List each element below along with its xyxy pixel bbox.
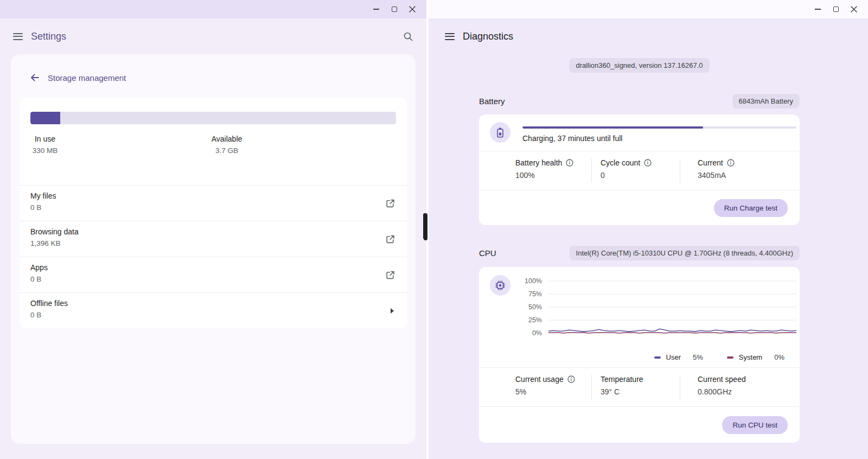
user-swatch — [654, 356, 661, 359]
battery-charge-row: Charging, 37 minutes until full — [479, 114, 800, 151]
legend-value: 5% — [693, 353, 703, 361]
app-title: Settings — [31, 31, 66, 42]
cpu-card: 100% 75% 50% 25% 0% — [479, 267, 800, 443]
settings-header: Settings — [0, 18, 426, 54]
back-arrow-icon — [29, 72, 40, 83]
cpu-section-header: CPU Intel(R) Core(TM) i5-10310U CPU @ 1.… — [479, 246, 800, 260]
storage-row-browsing-data[interactable]: Browsing data 1,396 KB — [20, 221, 407, 257]
diagnostics-window: Diagnostics drallion360_signed, version … — [429, 0, 868, 459]
row-value: 1,396 KB — [30, 239, 396, 247]
storage-usage-bar — [30, 112, 396, 124]
storage-row-apps[interactable]: Apps 0 B — [20, 257, 407, 292]
legend-user: User 5% — [654, 353, 703, 361]
stat-label: Current speed — [698, 375, 746, 384]
stat-current-speed: Current speed 0.800GHz — [680, 368, 800, 406]
external-link-icon[interactable] — [386, 199, 395, 208]
run-cpu-test-button[interactable]: Run CPU test — [722, 416, 788, 434]
maximize-button[interactable] — [385, 0, 403, 18]
battery-stats-row: Battery health 100% Cycle count 0 Curren… — [479, 151, 800, 190]
stat-label: Battery health — [515, 158, 562, 167]
app-title: Diagnostics — [463, 31, 513, 42]
stat-label: Current — [698, 158, 723, 167]
cpu-chart-legend: User 5% System 0% — [479, 347, 800, 367]
minimize-icon — [815, 9, 821, 10]
row-label: Offline files — [30, 299, 396, 308]
info-icon[interactable] — [727, 159, 735, 167]
system-swatch — [727, 356, 733, 359]
stat-label: Cycle count — [601, 158, 640, 167]
row-value: 0 B — [30, 203, 396, 212]
battery-icon-badge — [490, 122, 510, 143]
info-icon[interactable] — [567, 375, 575, 383]
minimize-button[interactable] — [367, 0, 385, 18]
storage-used-segment — [30, 112, 60, 124]
cpu-chart-row: 100% 75% 50% 25% 0% — [479, 267, 800, 347]
row-value: 0 B — [30, 311, 396, 319]
stat-current: Current 3405mA — [680, 151, 800, 190]
battery-section-header: Battery 6843mAh Battery — [479, 94, 800, 109]
back-button[interactable] — [29, 72, 40, 83]
board-version-chip: drallion360_signed, version 137.16267.0 — [569, 58, 709, 73]
window-divider-handle[interactable] — [424, 213, 427, 240]
y-tick: 75% — [528, 290, 542, 298]
stat-value: 39° C — [601, 387, 680, 396]
stat-value: 5% — [515, 387, 591, 396]
stat-label: In use — [33, 135, 58, 143]
info-icon[interactable] — [644, 159, 652, 167]
close-icon — [409, 6, 416, 12]
stat-current-usage: Current usage 5% — [479, 368, 591, 406]
minimize-button[interactable] — [809, 0, 827, 18]
close-icon — [851, 6, 857, 12]
external-link-icon[interactable] — [386, 234, 395, 244]
storage-row-offline-files[interactable]: Offline files 0 B — [20, 292, 407, 328]
settings-window: Settings Storage management In use 330 M… — [0, 0, 426, 459]
y-tick: 50% — [528, 303, 542, 311]
menu-icon[interactable] — [13, 33, 23, 40]
stat-value: 100% — [515, 171, 591, 180]
stat-value: 3405mA — [698, 171, 800, 180]
stat-label: Temperature — [601, 375, 643, 384]
stat-temperature: Temperature 39° C — [592, 368, 680, 406]
close-button[interactable] — [403, 0, 421, 18]
search-icon — [403, 31, 413, 42]
battery-icon — [496, 127, 505, 138]
legend-system: System 0% — [727, 353, 784, 361]
legend-value: 0% — [774, 353, 784, 361]
stat-available: Available 3.7 GB — [212, 135, 242, 155]
row-label: My files — [30, 192, 396, 200]
stat-in-use: In use 330 MB — [33, 135, 58, 155]
row-label: Apps — [30, 263, 396, 272]
stat-cycle-count: Cycle count 0 — [592, 151, 680, 190]
search-button[interactable] — [403, 31, 413, 42]
close-button[interactable] — [845, 0, 863, 18]
run-charge-test-button[interactable]: Run Charge test — [714, 199, 788, 217]
stat-label: Available — [212, 135, 242, 143]
storage-management-panel: Storage management In use 330 MB Availab… — [11, 54, 416, 444]
row-label: Browsing data — [30, 227, 396, 236]
legend-label: System — [739, 353, 762, 361]
storage-row-my-files[interactable]: My files 0 B — [20, 185, 407, 221]
stat-value: 3.7 GB — [212, 146, 242, 155]
storage-card: In use 330 MB Available 3.7 GB My files … — [20, 98, 407, 328]
stat-value: 0 — [601, 171, 680, 180]
battery-card: Charging, 37 minutes until full Battery … — [479, 114, 800, 225]
battery-section-title: Battery — [479, 97, 505, 106]
minimize-icon — [373, 9, 379, 10]
breadcrumb: Storage management — [29, 72, 416, 84]
stat-battery-health: Battery health 100% — [479, 151, 591, 190]
maximize-icon — [392, 7, 397, 12]
battery-charge-fill — [522, 126, 703, 129]
info-icon[interactable] — [566, 159, 573, 167]
menu-icon[interactable] — [445, 33, 455, 40]
chevron-right-icon[interactable] — [390, 308, 395, 314]
maximize-icon — [833, 7, 839, 12]
y-tick: 25% — [528, 316, 542, 324]
row-value: 0 B — [30, 275, 396, 283]
user-usage-line — [548, 329, 796, 331]
external-link-icon[interactable] — [386, 270, 395, 279]
stat-label: Current usage — [515, 375, 564, 384]
diagnostics-header: Diagnostics — [429, 18, 868, 54]
cpu-icon-badge — [490, 275, 510, 296]
maximize-button[interactable] — [827, 0, 845, 18]
settings-titlebar — [0, 0, 426, 18]
